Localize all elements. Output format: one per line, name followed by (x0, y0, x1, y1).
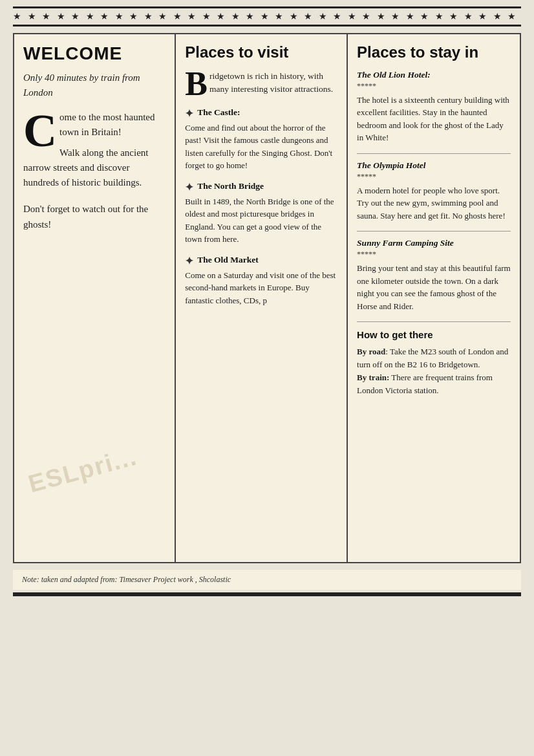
hotel-olympia-stars: ***** (357, 172, 511, 182)
how-road: By road: Take the M23 south of London an… (357, 345, 511, 371)
hotel-old-lion-name: The Old Lion Hotel: (357, 70, 511, 80)
note-prefix: Note: taken and adapted from: (22, 575, 120, 584)
welcome-subtitle: Only 40 minutes by train from London (23, 70, 166, 100)
attraction-icon-1: ✦ (185, 107, 193, 120)
attraction-castle-title: ✦ The Castle: (185, 107, 337, 120)
welcome-title: WELCOME (23, 43, 166, 64)
hotel-olympia: The Olympia Hotel ***** A modern hotel f… (357, 160, 511, 222)
welcome-body3: Don't forget to watch out for the ghosts… (23, 202, 166, 232)
watermark: ESLpri... (25, 442, 140, 498)
divider-2 (357, 231, 511, 232)
hotel-old-lion-body: The hotel is a sixteenth century buildin… (357, 94, 511, 144)
hotel-olympia-body: A modern hotel for people who love sport… (357, 184, 511, 222)
big-c-letter: C (23, 113, 57, 150)
how-title: How to get there (357, 329, 511, 341)
col-welcome: WELCOME Only 40 minutes by train from Lo… (14, 34, 176, 562)
col-places-visit: Places to visit B ridgetown is rich in h… (176, 34, 348, 562)
hotel-olympia-name: The Olympia Hotel (357, 160, 511, 171)
star-border: ★ ★ ★ ★ ★ ★ ★ ★ ★ ★ ★ ★ ★ ★ ★ ★ ★ ★ ★ ★ … (13, 6, 521, 27)
note-bar: Note: taken and adapted from: Timesaver … (13, 570, 521, 590)
attraction-castle-body: Come and find out about the horror of th… (185, 122, 337, 172)
places-stay-title: Places to stay in (357, 43, 511, 62)
places-intro: B ridgetown is rich in history, with man… (185, 70, 337, 98)
hotel-sunny-farm-stars: ***** (357, 250, 511, 259)
how-train: By train: There are frequent trains from… (357, 371, 511, 397)
hotel-sunny-farm-name: Sunny Farm Camping Site (357, 238, 511, 248)
col-places-stay: Places to stay in The Old Lion Hotel: **… (348, 34, 520, 562)
divider-3 (357, 321, 511, 322)
welcome-body1: ome to the most haunted town in Britain! (59, 112, 155, 137)
how-body: By road: Take the M23 south of London an… (357, 345, 511, 398)
attraction-market-title: ✦ The Old Market (185, 255, 337, 267)
main-container: WELCOME Only 40 minutes by train from Lo… (13, 33, 521, 563)
big-b-letter: B (185, 70, 208, 98)
attraction-market: ✦ The Old Market Come on a Saturday and … (185, 255, 337, 307)
attraction-bridge-body: Built in 1489, the North Bridge is one o… (185, 195, 337, 246)
hotel-sunny-farm-body: Bring your tent and stay at this beautif… (357, 262, 511, 312)
attraction-icon-3: ✦ (185, 255, 193, 267)
hotel-old-lion: The Old Lion Hotel: ***** The hotel is a… (357, 70, 511, 144)
attraction-castle: ✦ The Castle: Come and find out about th… (185, 107, 337, 172)
note-source: Timesaver Project work , Shcolastic (120, 575, 231, 584)
attraction-market-body: Come on a Saturday and visit one of the … (185, 269, 337, 307)
places-intro-text: ridgetown is rich in history, with many … (209, 71, 333, 94)
how-road-label: By road (357, 347, 385, 356)
attraction-icon-2: ✦ (185, 181, 193, 193)
divider-1 (357, 153, 511, 154)
how-train-label: By train: (357, 373, 389, 382)
hotel-sunny-farm: Sunny Farm Camping Site ***** Bring your… (357, 238, 511, 312)
how-to-get: How to get there By road: Take the M23 s… (357, 329, 511, 397)
hotel-old-lion-stars: ***** (357, 81, 511, 91)
places-visit-title: Places to visit (185, 43, 337, 62)
welcome-body: C ome to the most haunted town in Britai… (23, 110, 166, 190)
attraction-bridge: ✦ The North Bridge Built in 1489, the No… (185, 181, 337, 246)
bottom-line (13, 592, 521, 596)
attraction-bridge-title: ✦ The North Bridge (185, 181, 337, 193)
